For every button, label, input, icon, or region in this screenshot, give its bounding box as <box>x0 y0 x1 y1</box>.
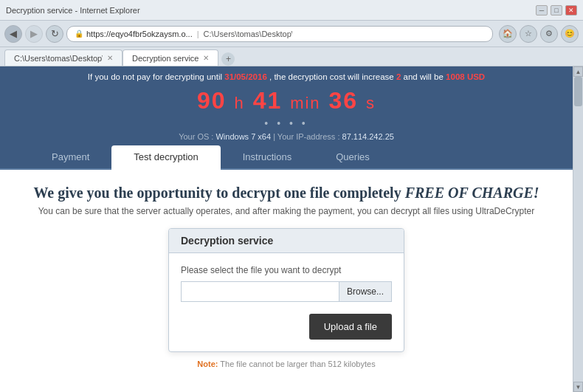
scroll-up[interactable]: ▲ <box>573 66 583 77</box>
file-text-input[interactable] <box>181 281 339 302</box>
note-label: Note: <box>197 360 218 368</box>
main-title: We give you the opportunity to decrypt o… <box>33 185 539 202</box>
service-card: Decryption service Please select the fil… <box>168 228 404 352</box>
tab1-close[interactable]: ✕ <box>107 54 113 62</box>
forward-button[interactable]: ▶ <box>25 25 43 43</box>
toolbar-icons: 🏠 ☆ ⚙ 😊 <box>499 25 579 43</box>
seconds-value: 36 <box>328 87 358 114</box>
service-card-header: Decryption service <box>169 229 404 253</box>
tab-test-decryption[interactable]: Test decryption <box>111 145 220 170</box>
refresh-button[interactable]: ↻ <box>46 25 63 43</box>
page: If you do not pay for decrypting until 3… <box>0 66 573 392</box>
top-notice: If you do not pay for decrypting until 3… <box>0 66 573 84</box>
minutes-value: 41 <box>253 87 283 114</box>
browser-tabs-bar: C:\Users\tomas\Desktop\2016-... ✕ Decryp… <box>0 47 583 66</box>
title-bar-left: Decryption service - Internet Explorer <box>6 6 140 15</box>
service-label: Please select the file you want to decry… <box>181 265 392 275</box>
page-tabs: Payment Test decryption Instructions Que… <box>0 145 573 170</box>
address-separator: | <box>197 30 199 38</box>
home-icon[interactable]: 🏠 <box>499 25 517 43</box>
scrollbar-track[interactable] <box>573 77 583 382</box>
browse-button[interactable]: Browse... <box>339 281 392 302</box>
maximize-button[interactable]: □ <box>551 5 562 16</box>
service-card-body: Please select the file you want to decry… <box>169 253 404 351</box>
file-input-row: Browse... <box>181 281 392 302</box>
page-content: We give you the opportunity to decrypt o… <box>0 170 573 392</box>
new-tab-button[interactable]: + <box>221 52 235 66</box>
file-note: Note: The file cannot be larger than 512… <box>194 360 378 368</box>
notice-cost: 1008 USD <box>446 72 485 81</box>
browser-content-area: ▲ ▼ If you do not pay for decrypting unt… <box>0 66 583 392</box>
browser-frame: Decryption service - Internet Explorer ─… <box>0 0 583 392</box>
minimize-button[interactable]: ─ <box>536 5 548 16</box>
dots-indicator: • • • • <box>0 116 573 131</box>
upload-button[interactable]: Upload a file <box>309 314 392 340</box>
countdown-timer: 90 h 41 min 36 s <box>0 84 573 116</box>
settings-icon[interactable]: ⚙ <box>540 25 558 43</box>
upload-btn-row: Upload a file <box>181 314 392 340</box>
notice-date: 31/05/2016 <box>224 72 267 81</box>
scroll-down[interactable]: ▼ <box>573 382 583 392</box>
back-button[interactable]: ◀ <box>4 25 22 43</box>
tab2-close[interactable]: ✕ <box>203 54 209 62</box>
browser-tab-2[interactable]: Decryption service ✕ <box>123 49 218 66</box>
ip-value: 87.114.242.25 <box>342 132 394 141</box>
system-info: Your OS : Windows 7 x64 | Your IP-addres… <box>0 131 573 145</box>
tab-payment[interactable]: Payment <box>30 145 111 170</box>
tab-instructions[interactable]: Instructions <box>221 145 314 170</box>
os-value: Windows 7 x64 <box>215 132 271 141</box>
hours-value: 90 <box>197 87 227 114</box>
address-bar[interactable]: 🔒 https://eqyo4fbr5okzaysm.o... | C:\Use… <box>66 26 493 42</box>
scrollbar-thumb[interactable] <box>574 77 582 106</box>
tab-queries[interactable]: Queries <box>314 145 392 170</box>
smiley-icon[interactable]: 😊 <box>561 25 579 43</box>
title-bar: Decryption service - Internet Explorer ─… <box>0 0 583 21</box>
lock-icon: 🔒 <box>75 30 83 38</box>
free-label: FREE OF CHARGE! <box>405 185 539 201</box>
title-bar-title: Decryption service - Internet Explorer <box>6 6 140 15</box>
close-button[interactable]: ✕ <box>565 5 577 16</box>
scrollbar[interactable]: ▲ ▼ <box>573 66 583 392</box>
nav-bar: ◀ ▶ ↻ 🔒 https://eqyo4fbr5okzaysm.o... | … <box>0 21 583 47</box>
title-bar-controls: ─ □ ✕ <box>536 5 577 16</box>
file-path-display: C:\Users\tomas\Desktop\2016-... <box>204 30 292 38</box>
main-subtitle: You can be sure that the server actually… <box>38 206 535 216</box>
notice-multiplier: 2 <box>396 72 401 81</box>
browser-tab-1[interactable]: C:\Users\tomas\Desktop\2016-... ✕ <box>4 49 123 66</box>
star-icon[interactable]: ☆ <box>520 25 537 43</box>
note-text: The file cannot be larger than 512 kilob… <box>220 360 375 368</box>
url-display: https://eqyo4fbr5okzaysm.o... <box>86 30 193 38</box>
